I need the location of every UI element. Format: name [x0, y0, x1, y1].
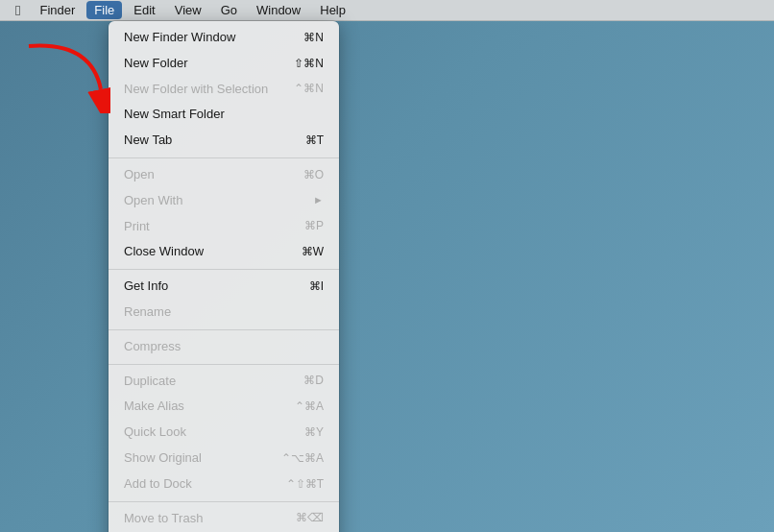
menu-label: New Finder Window [124, 28, 235, 48]
menu-label: Open [124, 165, 155, 185]
menu-shortcut: ⌃⌥⌘A [281, 449, 324, 468]
menu-item-compress: Compress [109, 334, 339, 360]
separator-3 [109, 329, 339, 330]
menu-label: New Tab [124, 131, 172, 151]
separator-4 [109, 364, 339, 365]
menu-shortcut: ⌃⌘N [294, 80, 324, 98]
go-menu[interactable]: Go [213, 1, 245, 19]
menu-item-make-alias: Make Alias ⌃⌘A [109, 394, 339, 420]
separator-1 [109, 157, 339, 158]
menu-item-new-tab[interactable]: New Tab ⌘T [109, 128, 339, 154]
menu-item-close-window[interactable]: Close Window ⌘W [109, 239, 339, 265]
menu-label: Quick Look [124, 423, 186, 443]
menu-shortcut: ⌘D [303, 372, 324, 390]
menu-label: New Folder with Selection [124, 80, 268, 100]
menu-item-rename: Rename [109, 300, 339, 326]
menu-shortcut: ⌘T [305, 132, 324, 150]
menu-label: Print [124, 217, 150, 237]
separator-2 [109, 269, 339, 270]
menu-label: Close Window [124, 242, 204, 262]
menu-item-new-folder-selection: New Folder with Selection ⌃⌘N [109, 77, 339, 103]
menu-shortcut: ⇧⌘N [294, 55, 324, 73]
menu-item-new-smart-folder[interactable]: New Smart Folder [109, 102, 339, 128]
menu-label: Make Alias [124, 397, 184, 417]
file-menu[interactable]: File [86, 1, 122, 19]
menu-shortcut: ⌘O [303, 166, 324, 184]
menu-shortcut: ⌘P [304, 217, 324, 235]
menu-label: Add to Dock [124, 474, 192, 495]
menu-shortcut: ⌘W [302, 243, 324, 261]
menu-item-get-info[interactable]: Get Info ⌘I [109, 274, 339, 300]
menu-label: Rename [124, 302, 171, 323]
menubar:  Finder File Edit View Go Window Help [0, 0, 774, 21]
menu-shortcut: ⌃⌘A [295, 398, 324, 416]
apple-menu[interactable]:  [8, 2, 28, 18]
menu-label: Open With [124, 191, 182, 211]
menu-item-quick-look: Quick Look ⌘Y [109, 420, 339, 446]
menu-item-show-original: Show Original ⌃⌥⌘A [109, 446, 339, 472]
menu-label: Show Original [124, 448, 202, 469]
menu-shortcut: ⌘I [309, 278, 324, 296]
menu-shortcut: ⌘⌫ [296, 509, 324, 527]
menu-label: New Smart Folder [124, 105, 225, 125]
menu-shortcut: ⌘Y [304, 423, 324, 442]
menu-shortcut: ⌃⇧⌘T [286, 475, 324, 494]
help-menu[interactable]: Help [312, 1, 353, 19]
window-menu[interactable]: Window [249, 1, 308, 19]
file-dropdown-menu: New Finder Window ⌘N New Folder ⇧⌘N New … [109, 21, 339, 532]
menu-item-new-finder-window[interactable]: New Finder Window ⌘N [109, 25, 339, 51]
menu-item-open-with: Open With ► [109, 188, 339, 214]
menu-item-print: Print ⌘P [109, 214, 339, 240]
menu-item-duplicate: Duplicate ⌘D [109, 369, 339, 395]
menu-item-add-to-dock: Add to Dock ⌃⇧⌘T [109, 472, 339, 497]
menu-label: Duplicate [124, 372, 176, 392]
submenu-arrow-icon: ► [313, 192, 324, 209]
separator-5 [109, 501, 339, 502]
view-menu[interactable]: View [167, 1, 209, 19]
menu-item-open: Open ⌘O [109, 162, 339, 188]
edit-menu[interactable]: Edit [126, 1, 162, 19]
menu-label: Get Info [124, 277, 168, 297]
menu-label: New Folder [124, 54, 187, 74]
menu-item-new-folder[interactable]: New Folder ⇧⌘N [109, 51, 339, 77]
menu-label: Compress [124, 337, 181, 357]
menu-item-move-to-trash: Move to Trash ⌘⌫ [109, 506, 339, 532]
menu-label: Move to Trash [124, 509, 203, 529]
menu-shortcut: ⌘N [303, 29, 324, 47]
finder-menu[interactable]: Finder [32, 1, 83, 19]
